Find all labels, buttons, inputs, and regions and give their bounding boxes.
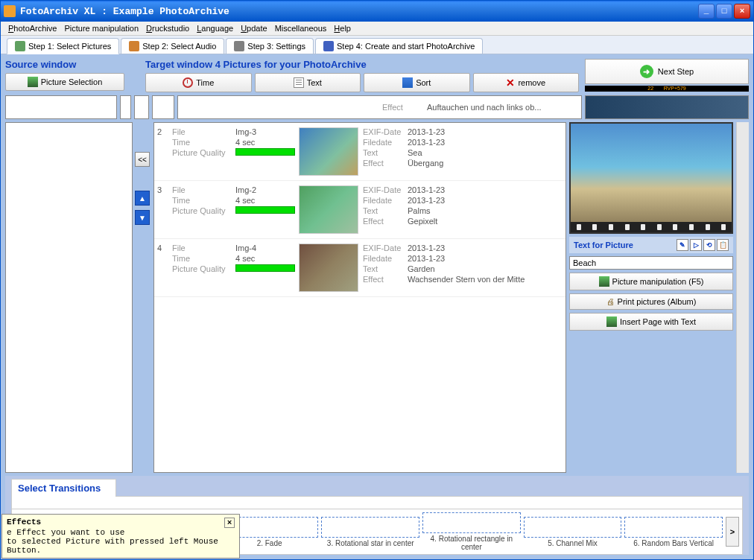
picture-icon xyxy=(28,77,38,87)
film-strip xyxy=(571,222,732,232)
spacer xyxy=(120,95,131,119)
spacer xyxy=(134,95,149,119)
step-tabs: Step 1: Select Pictures Step 2: Select A… xyxy=(1,36,753,54)
window-title: FotoArchiv XL : Example PhotoArchive xyxy=(20,6,698,17)
play-icon xyxy=(323,41,334,51)
select-transitions-head: Select Transitions xyxy=(11,479,116,497)
sort-button[interactable]: Sort xyxy=(364,73,470,92)
menu-language[interactable]: Language xyxy=(197,24,233,33)
move-up-button[interactable]: ▲ xyxy=(135,191,150,206)
tab-step1[interactable]: Step 1: Select Pictures xyxy=(7,38,119,54)
filmstrip-decoration: 22 RVP+579 xyxy=(585,86,749,92)
minimize-button[interactable]: _ xyxy=(698,4,715,19)
tooltip-close-button[interactable]: × xyxy=(224,518,235,528)
remove-icon: ✕ xyxy=(506,77,515,89)
clock-icon xyxy=(183,77,193,88)
quality-bar xyxy=(235,264,295,272)
picture-selection-button[interactable]: Picture Selection xyxy=(5,73,124,91)
table-row[interactable]: 2 FileImg-3 Time4 sec Picture Quality EX… xyxy=(154,123,566,181)
menu-help[interactable]: Help xyxy=(334,24,351,33)
row-partial: EffectAuftauchen und nach links ob... xyxy=(177,95,582,119)
source-file-list[interactable] xyxy=(5,122,133,473)
picture-preview xyxy=(569,122,733,234)
quality-bar xyxy=(235,148,295,156)
tool-icon-3[interactable]: ⟲ xyxy=(703,239,715,251)
transition-item[interactable]: 6. Random Bars Vertical xyxy=(624,517,723,547)
move-down-button[interactable]: ▼ xyxy=(135,210,150,225)
text-button[interactable]: Text xyxy=(255,73,361,92)
target-picture-list[interactable]: 2 FileImg-3 Time4 sec Picture Quality EX… xyxy=(153,122,566,473)
time-button[interactable]: Time xyxy=(145,73,252,92)
next-step-button[interactable]: ➜Next Step xyxy=(585,59,749,84)
spacer xyxy=(152,95,174,119)
picture-icon xyxy=(599,276,609,287)
app-icon xyxy=(4,5,16,17)
source-list-top xyxy=(5,95,117,119)
move-left-button[interactable]: << xyxy=(135,152,150,167)
preview-top xyxy=(585,95,749,119)
title-bar: FotoArchiv XL : Example PhotoArchive _ □… xyxy=(1,1,753,22)
settings-icon xyxy=(234,41,244,51)
menu-bar: PhotoArchive Picture manipulation Drucks… xyxy=(1,22,753,36)
tab-step4[interactable]: Step 4: Create and start PhotoArchive xyxy=(315,38,483,54)
audio-icon xyxy=(129,41,139,51)
menu-miscellaneous[interactable]: Miscellaneous xyxy=(275,24,327,33)
transition-item[interactable]: 3. Rotational star in center xyxy=(321,517,419,547)
target-window-head: Target window 4 Pictures for your PhotoA… xyxy=(145,59,579,70)
sort-icon xyxy=(402,77,413,88)
menu-photoarchive[interactable]: PhotoArchive xyxy=(8,24,57,33)
quality-bar xyxy=(235,206,295,214)
tab-step2[interactable]: Step 2: Select Audio xyxy=(121,38,224,54)
picture-icon xyxy=(15,41,25,51)
menu-druckstudio[interactable]: Druckstudio xyxy=(146,24,189,33)
text-for-picture-head: Text for Picture xyxy=(574,241,633,249)
scroll-right-button[interactable]: > xyxy=(726,517,739,547)
tab-step3[interactable]: Step 3: Settings xyxy=(226,38,314,54)
tool-icon-1[interactable]: ✎ xyxy=(677,239,688,251)
page-icon xyxy=(606,316,617,327)
print-pictures-button[interactable]: 🖨Print pictures (Album) xyxy=(569,293,733,310)
transition-item[interactable]: 5. Channel Mix xyxy=(524,517,622,547)
printer-icon: 🖨 xyxy=(606,297,615,306)
picture-text-input[interactable] xyxy=(569,256,733,270)
close-button[interactable]: × xyxy=(734,4,750,19)
table-row[interactable]: 3 FileImg-2 Time4 sec Picture Quality EX… xyxy=(154,181,566,239)
menu-picture-manipulation[interactable]: Picture manipulation xyxy=(64,24,139,33)
vertical-scrollbar[interactable] xyxy=(736,122,749,473)
thumbnail xyxy=(299,244,358,292)
tool-icon-4[interactable]: 📋 xyxy=(717,239,729,251)
arrow-right-icon: ➜ xyxy=(640,65,653,78)
text-icon xyxy=(294,77,304,88)
maximize-button[interactable]: □ xyxy=(716,4,732,19)
transition-preview-strip xyxy=(11,496,743,509)
picture-manipulation-button[interactable]: Picture manipulation (F5) xyxy=(569,273,733,290)
source-window-head: Source window xyxy=(5,59,139,70)
insert-page-button[interactable]: Insert Page with Text xyxy=(569,313,733,331)
tool-icon-2[interactable]: ▷ xyxy=(690,239,702,251)
thumbnail xyxy=(299,185,358,234)
table-row[interactable]: 4 FileImg-4 Time4 sec Picture Quality EX… xyxy=(154,239,566,297)
transition-item[interactable]: 4. Rotational rectangle in center xyxy=(422,512,521,551)
effects-tooltip: Effects× e Effect you want to use to sel… xyxy=(1,514,240,559)
remove-button[interactable]: ✕remove xyxy=(473,73,580,92)
menu-update[interactable]: Update xyxy=(241,24,267,33)
thumbnail xyxy=(299,127,358,176)
